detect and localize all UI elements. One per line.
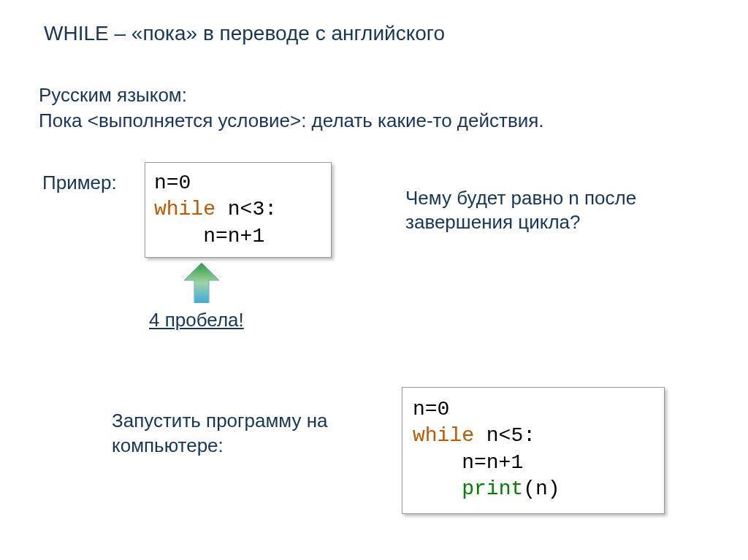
heading-text: WHILE – «пока» в переводе с английского [44,22,445,45]
code-example-2: n=0 while n<5: n=n+1 print(n) [402,387,665,514]
code1-condition: n<3: [215,198,277,220]
code2-while-keyword: while [413,424,474,447]
run-program-label: Запустить программу на компьютере: [112,409,382,459]
code2-print-arg: (n) [523,477,560,500]
code1-while-keyword: while [154,198,215,220]
subtitle-line2: Пока <выполняется условие>: делать какие… [39,110,544,132]
code2-print-keyword: print [462,477,523,500]
svg-marker-0 [184,263,219,303]
code1-line3: n=n+1 [154,225,264,248]
code1-line1: n=0 [154,172,191,194]
code-example-1: n=0 while n<3: n=n+1 [145,162,332,258]
subtitle-line1: Русским языком: [39,84,187,107]
code2-condition: n<5: [474,424,535,447]
example-label: Пример: [42,172,117,194]
code2-line1: n=0 [413,398,449,421]
code2-line3: n=n+1 [413,451,523,474]
indent-note: 4 пробела! [149,309,244,331]
code2-indent [413,477,462,500]
question-text: Чему будет равно n после завершения цикл… [405,186,661,234]
arrow-up-icon [184,263,219,303]
